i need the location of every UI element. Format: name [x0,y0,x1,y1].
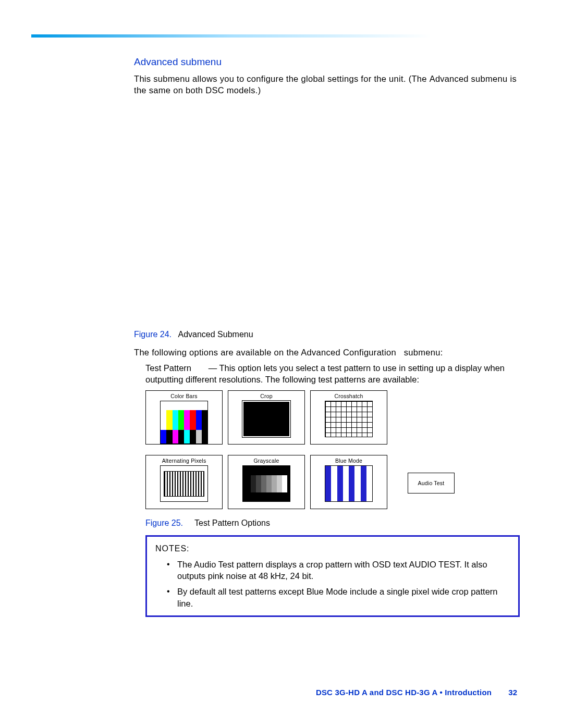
pattern-label-blue-mode: Blue Mode [335,458,362,464]
pattern-card-alt-pixels: Alternating Pixels [145,455,223,509]
pattern-label-crosshatch: Crosshatch [334,393,363,399]
figure-25-text: Test Pattern Options [194,519,270,527]
figure-25-caption: Figure 25. Test Pattern Options [145,519,520,528]
options-intro-1: The following options are available on t… [134,348,301,357]
options-intro: The following options are available on t… [134,347,520,358]
pattern-label-crop: Crop [260,393,273,399]
figure-25-label: Figure 25. [145,519,183,527]
figure-24-text: Advanced Submenu [178,330,253,339]
notes-box: NOTES: The Audio Test pattern displays a… [145,535,520,617]
pattern-card-audio-wrap: Audio Test [393,455,470,509]
options-intro-menu: Advanced Configuration [301,348,396,357]
pattern-canvas-blue-mode [325,465,373,502]
page-content: Advanced submenu This submenu allows you… [134,56,520,617]
page-footer: DSC 3G-HD A and DSC HD-3G A • Introducti… [316,688,517,697]
option-name-test-pattern: Test Pattern [145,363,191,373]
pattern-label-grayscale: Grayscale [253,458,279,464]
note1-code: AUDIO TEST [409,560,460,569]
footer-doc-title: DSC 3G-HD A and DSC HD-3G A • Introducti… [316,688,492,697]
pattern-card-blue-mode: Blue Mode [310,455,387,509]
pattern-label-audio-test: Audio Test [418,480,445,486]
pattern-label-alt-pixels: Alternating Pixels [162,458,206,464]
test-pattern-option: Test Pattern — This option lets you sele… [145,362,520,386]
pattern-card-crosshatch: Crosshatch [310,390,387,445]
notes-heading: NOTES: [155,543,510,554]
intro-code: Advanced [430,74,469,83]
pattern-canvas-color-bars [160,401,208,444]
pattern-canvas-crop [242,401,290,437]
footer-page-number: 32 [508,688,517,697]
pattern-card-grayscale: Grayscale [228,455,305,509]
figure-24-label: Figure 24. [134,330,172,339]
options-intro-2: submenu: [401,348,443,357]
figure-24-caption: Figure 24. Advanced Submenu [134,330,520,339]
pattern-card-crop: Crop [228,390,305,445]
pattern-label-color-bars: Color Bars [170,393,198,399]
pattern-canvas-grayscale [242,465,290,502]
pattern-canvas-alt-pixels [160,465,208,502]
note-item-2: By default all test patterns except Blue… [155,586,510,609]
intro-text-1: This submenu allows you to configure the… [134,74,430,83]
pattern-card-audio-test: Audio Test [408,473,455,493]
pattern-card-color-bars: Color Bars [145,390,223,445]
note-item-1: The Audio Test pattern displays a crop p… [155,559,510,582]
header-gradient-bar [31,34,532,38]
note1-a: The Audio Test pattern displays a crop p… [177,560,409,569]
intro-paragraph: This submenu allows you to configure the… [134,73,520,96]
figure-24-placeholder [134,101,520,325]
section-heading: Advanced submenu [134,56,520,68]
pattern-canvas-crosshatch [325,401,373,437]
option-desc-test-pattern: — This option lets you select a test pat… [145,363,505,384]
test-pattern-grid: Color Bars Crop Crosshatch Alternating P… [145,390,520,509]
